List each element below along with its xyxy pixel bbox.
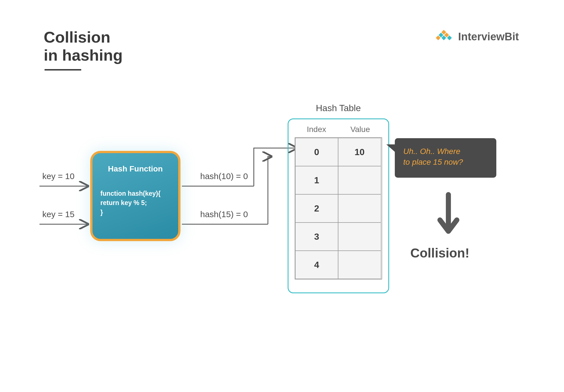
hash-function-code: function hash(key){ return key % 5; } (100, 189, 170, 217)
speech-line-1: Uh.. Oh.. Where (403, 147, 460, 156)
cell-value (338, 223, 381, 251)
hash-output-1: hash(10) = 0 (200, 171, 248, 181)
cell-index: 2 (295, 194, 338, 223)
cell-value: 10 (338, 138, 381, 166)
cell-index: 0 (295, 138, 338, 166)
cell-index: 4 (295, 251, 338, 279)
title-line-2: in hashing (44, 46, 123, 64)
header-value: Value (350, 125, 370, 134)
hash-output-2: hash(15) = 0 (200, 210, 248, 219)
table-row: 2 (295, 194, 382, 223)
cell-value (338, 251, 381, 279)
speech-bubble: Uh.. Oh.. Where to place 15 now? (395, 138, 496, 178)
table-row: 3 (295, 223, 382, 251)
collision-label: Collision! (410, 245, 470, 261)
brand-logo-icon (435, 30, 455, 44)
input-key-1: key = 10 (42, 171, 74, 181)
hash-function-box: Hash Function function hash(key){ return… (90, 151, 180, 241)
hash-table-title: Hash Table (316, 103, 361, 113)
cell-value (338, 166, 381, 194)
title-line-1: Collision (44, 28, 110, 46)
table-row: 0 10 (295, 138, 382, 166)
input-key-2: key = 15 (42, 210, 74, 219)
table-row: 1 (295, 166, 382, 194)
hash-table-headers: Index Value (295, 125, 382, 134)
speech-line-2: to place 15 now? (403, 158, 463, 166)
down-arrow-icon (434, 192, 462, 237)
table-row: 4 (295, 251, 382, 279)
header-index: Index (307, 125, 326, 134)
cell-value (338, 194, 381, 223)
page-title: Collision in hashing (44, 28, 123, 65)
hash-table-body: 0 10 1 2 3 4 (295, 137, 382, 279)
brand-name: InterviewBit (458, 31, 519, 43)
cell-index: 1 (295, 166, 338, 194)
brand: InterviewBit (435, 30, 519, 44)
cell-index: 3 (295, 223, 338, 251)
hash-function-title: Hash Function (100, 164, 170, 173)
hash-table: Index Value 0 10 1 2 3 4 (288, 118, 389, 293)
title-underline (45, 69, 81, 71)
